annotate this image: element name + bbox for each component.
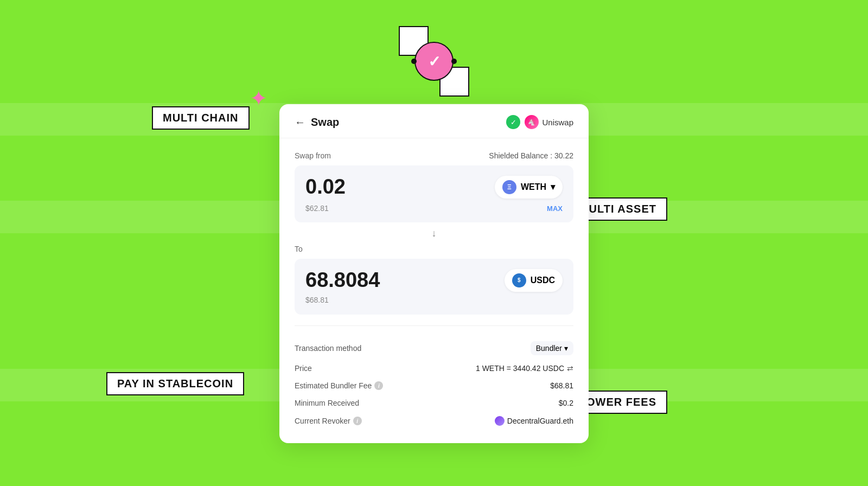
bundler-fee-value: $68.81 [550,381,573,390]
minimum-received-value: $0.2 [559,399,573,407]
current-revoker-label: Current Revoker i [295,417,362,425]
bundler-value: Bundler [536,344,562,353]
to-token-select[interactable]: $ USDC [505,269,563,292]
uniswap-icon: 🦄 [525,115,539,129]
max-button[interactable]: MAX [547,204,563,213]
to-input-box: 68.8084 $ USDC $68.81 [295,259,573,315]
label-pay-in-stablecoin: PAY IN STABLECOIN [106,372,244,395]
revoker-info-icon: i [353,417,362,425]
bundler-fee-row: Estimated Bundler Fee i $68.81 [295,377,573,394]
logo-check-icon: ✓ [428,53,441,71]
to-label: To [295,245,573,253]
transaction-method-label: Transaction method [295,344,361,353]
uniswap-badge: 🦄 Uniswap [525,115,573,129]
logo-dot-left [411,59,417,64]
from-token-label: WETH [521,182,546,192]
swap-card: ← Swap ✓ 🦄 Uniswap Swap from Shielded Ba… [279,104,589,443]
chevron-down-icon: ▾ [551,182,555,192]
bundler-chevron-icon: ▾ [564,344,568,353]
card-header: ← Swap ✓ 🦄 Uniswap [279,104,589,138]
card-body: Swap from Shielded Balance : 30.22 0.02 … [279,138,589,430]
uniswap-label: Uniswap [542,118,573,127]
divider [295,325,573,326]
from-usd-value: $62.81 [305,204,329,213]
price-label: Price [295,364,312,373]
shield-icon: ✓ [506,115,520,129]
header-left: ← Swap [295,116,339,129]
label-multi-chain: MULTI CHAIN [152,106,250,130]
bundler-fee-info-icon: i [374,381,383,390]
weth-icon: Ξ [502,180,516,194]
transaction-details: Transaction method Bundler ▾ Price 1 WET… [295,337,573,430]
swap-from-header: Swap from Shielded Balance : 30.22 [295,151,573,160]
swap-from-label: Swap from [295,151,331,160]
from-input-box: 0.02 Ξ WETH ▾ $62.81 MAX [295,165,573,222]
from-amount: 0.02 [305,175,346,199]
shielded-balance: Shielded Balance : 30.22 [489,151,573,160]
swap-arrow-row: ↓ [295,222,573,245]
bundler-fee-label: Estimated Bundler Fee i [295,381,383,390]
header-right: ✓ 🦄 Uniswap [506,115,573,129]
to-token-label: USDC [531,276,555,285]
current-revoker-row: Current Revoker i DecentralGuard.eth [295,412,573,430]
to-amount: 68.8084 [305,268,380,292]
decentralguard-icon [495,416,505,426]
transaction-method-row: Transaction method Bundler ▾ [295,337,573,360]
logo-dot-right [451,59,457,64]
minimum-received-label: Minimum Received [295,399,359,407]
to-usd-value: $68.81 [305,296,329,304]
refresh-icon[interactable]: ⇄ [567,364,573,373]
swap-direction-icon: ↓ [432,228,437,239]
bundler-select[interactable]: Bundler ▾ [531,341,573,355]
back-button[interactable]: ← [295,116,305,129]
from-input-row: 0.02 Ξ WETH ▾ [305,175,563,199]
current-revoker-value: DecentralGuard.eth [495,416,573,426]
usdc-icon: $ [512,273,526,287]
price-value: 1 WETH = 3440.42 USDC ⇄ [476,364,573,373]
price-row: Price 1 WETH = 3440.42 USDC ⇄ [295,360,573,377]
card-title: Swap [311,116,339,129]
minimum-received-row: Minimum Received $0.2 [295,394,573,412]
logo-circle: ✓ [414,42,454,81]
logo: ✓ [399,26,469,97]
from-token-select[interactable]: Ξ WETH ▾ [495,176,563,199]
to-input-row: 68.8084 $ USDC [305,268,563,292]
star-decoration-left: ✦ [250,86,268,111]
